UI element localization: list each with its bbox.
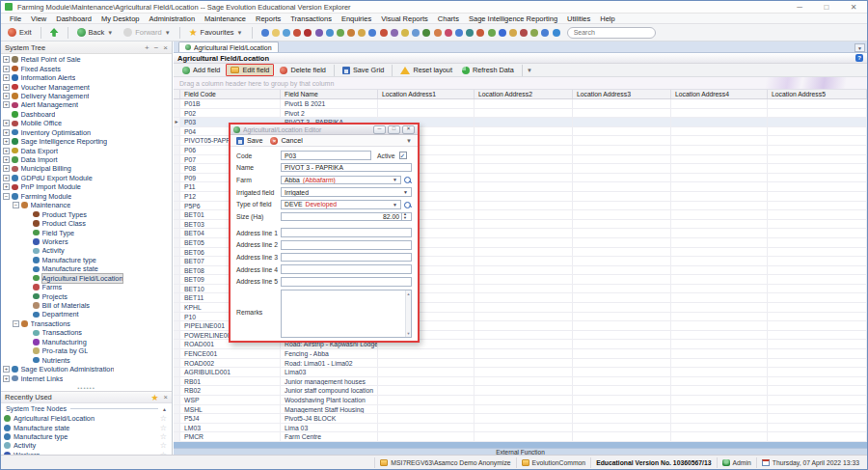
tree-expander[interactable]: + [3, 93, 10, 99]
tree-expander[interactable]: + [3, 366, 10, 373]
tree-expander[interactable]: + [3, 138, 10, 145]
address-line-field[interactable] [281, 240, 412, 250]
column-header[interactable]: Field Name [281, 90, 378, 98]
tree-expander[interactable]: + [3, 101, 10, 108]
column-header[interactable]: Location Address5 [768, 90, 867, 98]
shortcut-icon[interactable] [358, 29, 366, 37]
shortcut-icon[interactable] [380, 29, 388, 37]
shortcut-icon[interactable] [445, 29, 452, 37]
shortcut-icon[interactable] [412, 29, 420, 37]
table-row[interactable]: FENCE001 Fencing - Abba [174, 349, 867, 359]
tree-item[interactable]: + Mobile Office [1, 119, 172, 127]
shortcut-icon[interactable] [553, 29, 560, 37]
table-row[interactable]: WSP Woodshaving Plant location [174, 396, 867, 405]
dialog-cancel-button[interactable]: ×Cancel [270, 136, 302, 145]
menu-item[interactable]: Help [595, 14, 619, 23]
scrollbar[interactable]: ▲▼ [405, 290, 411, 337]
tree-item[interactable]: + Inventory Optimisation [1, 128, 172, 137]
shortcut-icon[interactable] [368, 29, 376, 37]
chevron-down-icon[interactable]: ▼ [393, 202, 397, 207]
dialog-minimize-button[interactable]: ─ [373, 125, 386, 134]
shortcut-icon[interactable] [304, 29, 312, 37]
recently-used-close-icon[interactable]: × [164, 393, 168, 401]
menu-item[interactable]: Charts [433, 14, 464, 23]
tree-expander[interactable] [24, 275, 31, 282]
menu-item[interactable]: Sage Intelligence Reporting [464, 14, 562, 23]
shortcut-icon[interactable] [326, 29, 334, 37]
shortcut-icon[interactable] [347, 29, 355, 37]
dialog-title-bar[interactable]: Agricultural/Location Editor ─ □ ✕ [231, 124, 418, 135]
tab-list-dropdown[interactable]: ▼ [854, 43, 865, 52]
menu-item[interactable]: Administration [145, 14, 201, 23]
shortcut-icon[interactable] [272, 29, 280, 37]
table-row[interactable]: RB02 Junior staff compound location [174, 386, 867, 396]
add-field-button[interactable]: Add field [178, 65, 224, 75]
edit-field-button[interactable]: Edit field [226, 64, 274, 76]
table-row[interactable]: MSHL Management Staff Housing [174, 405, 867, 415]
address-line-field[interactable] [281, 253, 412, 263]
column-header[interactable]: Field Code [180, 90, 281, 98]
tree-expand-all-button[interactable]: + [145, 43, 149, 52]
tree-item[interactable]: Transactions [1, 328, 172, 337]
close-button[interactable]: ✕ [840, 1, 867, 13]
group-by-band[interactable]: Drag a column header here to group by th… [174, 77, 867, 90]
tree-item[interactable]: Projects [1, 291, 172, 300]
tree-collapse-all-button[interactable]: − [154, 43, 159, 52]
name-field[interactable]: PIVOT 3 - PAPRIKA [281, 163, 412, 173]
tree-expander[interactable]: + [3, 84, 10, 91]
tree-item[interactable]: Farms [1, 283, 172, 291]
maximize-button[interactable]: □ [813, 1, 840, 13]
tree-item[interactable]: Agricultural Field/Location [1, 274, 172, 283]
chevron-down-icon[interactable]: ▼ [393, 177, 397, 182]
address-line-field[interactable] [281, 277, 412, 287]
shortcut-icon[interactable] [337, 29, 344, 37]
lookup-binoculars-icon[interactable] [404, 201, 412, 208]
tab-agricultural-field-location[interactable]: Agricultural Field/Location [178, 41, 279, 52]
menu-item[interactable]: Utilities [562, 14, 595, 23]
minimize-button[interactable]: ─ [786, 1, 813, 13]
tree-item[interactable]: + Fixed Assets [1, 64, 172, 72]
tree-expander[interactable]: + [3, 120, 10, 126]
tree-item[interactable]: + Retail Point of Sale [1, 55, 172, 64]
table-row[interactable]: RB01 Junior management houses [174, 377, 867, 387]
size-field[interactable]: 82.00▲▼ [281, 212, 412, 222]
menu-item[interactable]: File [5, 14, 26, 23]
tree-item[interactable]: + Delivery Management [1, 92, 172, 100]
spinner-stepper[interactable]: ▲▼ [401, 212, 408, 222]
tree-expander[interactable] [24, 211, 31, 218]
table-row[interactable]: P02 Pivot 2 [174, 109, 867, 119]
shortcut-icon[interactable] [315, 29, 323, 37]
favourite-star-icon[interactable]: ☆ [160, 414, 167, 423]
type-of-field-combo[interactable]: DEVEDeveloped▼ [281, 200, 401, 209]
tree-expander[interactable] [24, 247, 31, 254]
dialog-maximize-button[interactable]: □ [388, 125, 400, 134]
menu-item[interactable]: Dashboard [51, 14, 96, 23]
column-header[interactable]: Location Address3 [573, 90, 671, 98]
refresh-data-button[interactable]: Refresh Data [458, 65, 518, 75]
tree-close-button[interactable]: × [163, 43, 168, 52]
shortcut-icon[interactable] [422, 29, 430, 37]
shortcut-icon[interactable] [401, 29, 409, 37]
dialog-close-button[interactable]: ✕ [402, 125, 415, 134]
tree-expander[interactable]: − [3, 193, 10, 200]
recently-used-item[interactable]: Agricultural Field/Location ☆ [1, 414, 172, 423]
recently-used-item[interactable]: Manufacture state ☆ [1, 423, 172, 431]
tree-expander[interactable]: + [3, 148, 10, 154]
tree-expander[interactable] [24, 311, 31, 318]
tree-expander[interactable]: + [3, 156, 10, 163]
tree-expander[interactable] [24, 302, 31, 309]
active-checkbox[interactable]: ✓ [399, 152, 407, 159]
dialog-toolbar-dropdown[interactable]: ▼ [406, 138, 412, 144]
tree-expander[interactable]: + [3, 165, 10, 172]
tree-expander[interactable]: + [3, 129, 10, 136]
shortcut-icon[interactable] [499, 29, 506, 37]
shortcut-icon[interactable] [466, 29, 474, 37]
shortcut-icon[interactable] [455, 29, 463, 37]
favourite-star-icon[interactable]: ☆ [160, 424, 167, 432]
tree-item[interactable]: + Municipal Billing [1, 164, 172, 173]
tree-item[interactable]: + PnP Import Module [1, 182, 172, 191]
table-row[interactable]: AGRIBUILD001 Lima03 [174, 368, 867, 377]
tree-item[interactable]: Activity [1, 246, 172, 255]
tree-expander[interactable] [24, 220, 31, 227]
menu-item[interactable]: My Desktop [96, 14, 145, 23]
